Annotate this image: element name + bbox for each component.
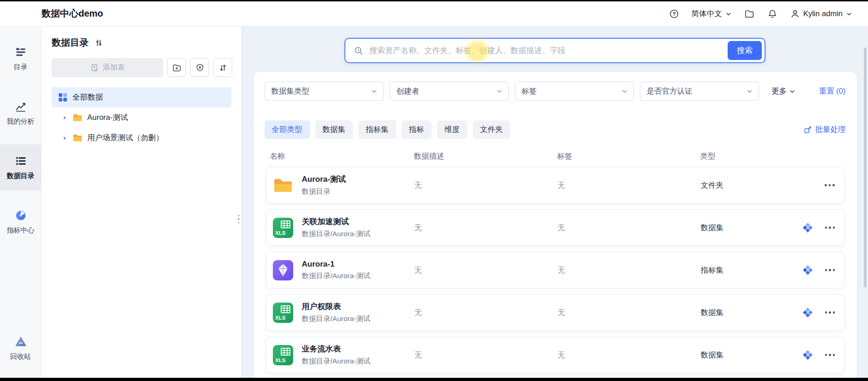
col-header-name: 名称 [266,151,414,161]
model-gem-icon[interactable] [802,307,813,318]
batch-label: 批量处理 [815,125,846,135]
svg-text:?: ? [672,11,675,16]
user-name: Kylin admin [803,9,843,18]
metric-set-icon [272,259,294,281]
batch-process-link[interactable]: 批量处理 [803,125,846,135]
language-selector[interactable]: 简体中文 [692,9,732,19]
row-more-button[interactable] [825,310,835,316]
model-gem-icon[interactable] [802,265,813,275]
table-row[interactable]: Aurora-测试 数据目录 无 无 文件夹 [266,167,844,203]
bell-icon[interactable] [767,8,778,19]
sidebar-item-catalog[interactable]: 目录 [0,36,41,82]
tab-dataset[interactable]: 数据集 [315,120,353,139]
main-wrap: 目录 我的分析 数据目录 [0,26,868,378]
add-folder-button[interactable] [167,58,186,77]
filter-official-certified[interactable]: 是否官方认证 [640,82,759,101]
tab-folder[interactable]: 文件夹 [473,120,511,139]
tree-item-folder[interactable]: 用户场景测试（勿删） [42,128,241,148]
filter-tag[interactable]: 标签 [515,82,634,101]
row-more-button[interactable] [825,352,835,358]
dropdown-label: 创建者 [397,86,496,96]
asset-tags: 无 [558,180,701,190]
asset-name[interactable]: 关联加速测试 [302,216,371,227]
metric-center-icon [15,209,27,221]
sidebar-item-recycle-bin[interactable]: 回收站 [0,325,41,371]
asset-name[interactable]: Aurora-测试 [302,174,346,185]
permission-button[interactable] [190,58,209,77]
help-icon[interactable]: ? [669,8,680,19]
more-filters-link[interactable]: 更多 [772,86,796,96]
asset-path: 数据目录 [302,187,346,196]
caret-right-icon[interactable] [62,135,68,141]
model-gem-icon[interactable] [802,222,813,233]
table-row[interactable]: Aurora-1 数据目录/Aurora-测试 无 无 指标集 [266,252,844,288]
recycle-bin-icon [15,336,27,348]
sidebar-item-metric-center[interactable]: 指标中心 [0,199,41,245]
col-header-tags: 标签 [557,151,700,161]
folder-topbar-icon[interactable] [744,8,755,19]
user-menu[interactable]: Kylin admin [790,9,852,19]
batch-icon [803,125,812,134]
type-tabs: 全部类型 数据集 指标集 指标 维度 文件夹 批量处理 [265,120,846,139]
add-table-button[interactable]: 添加表 [52,58,163,77]
chevron-down-icon [371,88,378,95]
search-button[interactable]: 搜索 [728,41,762,60]
more-label: 更多 [772,86,787,96]
search-input[interactable] [369,46,728,55]
tree-item-all-data[interactable]: 全部数据 [52,87,231,107]
table-row[interactable]: XLS 用户权限表 数据目录/Aurora-测试 无 无 数据集 [266,294,844,331]
sidebar-item-my-analysis[interactable]: 我的分析 [0,90,41,136]
folder-plus-icon [172,63,181,72]
sidebar-item-label: 回收站 [10,352,31,361]
folder-icon [72,133,83,143]
table-header: 名称 数据描述 标签 类型 [266,146,844,167]
col-header-desc: 数据描述 [414,151,557,161]
asset-type: 数据集 [701,308,802,318]
dropdown-label: 是否官方认证 [647,86,746,96]
content-area: 搜索 数据集类型 创建者 标签 [242,26,868,378]
caret-right-icon[interactable] [62,115,68,121]
asset-name[interactable]: 用户权限表 [302,301,371,312]
folder-icon [72,113,83,123]
tree-item-label: Aurora-测试 [87,113,128,123]
chevron-down-icon [846,11,852,17]
scrollbar-thumb[interactable] [864,48,867,287]
dropdown-label: 标签 [522,86,621,96]
row-more-button[interactable] [825,267,835,273]
row-more-button[interactable] [825,225,835,231]
tab-metric-set[interactable]: 指标集 [358,120,396,139]
sidebar-item-label: 数据目录 [7,172,35,180]
row-more-button[interactable] [825,182,835,188]
sort-button[interactable] [213,58,232,77]
sort-icon [218,63,228,72]
filter-row: 数据集类型 创建者 标签 是否官方认证 [265,82,846,101]
xls-dataset-icon: XLS [272,217,294,239]
language-label: 简体中文 [692,9,722,19]
asset-name[interactable]: 业务流水表 [302,344,371,354]
asset-name[interactable]: Aurora-1 [302,260,371,269]
tab-all-types[interactable]: 全部类型 [265,120,310,139]
xls-dataset-icon: XLS [272,344,294,366]
xls-dataset-icon: XLS [272,302,294,324]
sidebar-item-label: 目录 [14,63,28,71]
chevron-down-icon [725,11,732,17]
tab-dimension[interactable]: 维度 [437,120,467,139]
search-icon [354,46,364,56]
model-gem-icon[interactable] [802,350,813,360]
reset-filters-link[interactable]: 重置 (0) [819,86,846,96]
catalog-tree: 全部数据 Aurora-测试 [42,87,241,148]
sidebar-item-label: 我的分析 [7,117,35,126]
filter-creator[interactable]: 创建者 [390,82,509,101]
tree-settings-icon[interactable] [94,38,103,48]
table-row[interactable]: XLS 业务流水表 数据目录/Aurora-测试 无 无 数据集 [266,337,844,373]
tab-metric[interactable]: 指标 [402,120,432,139]
data-catalog-icon [15,155,27,167]
screen-frame: 数据中心demo ? 简体中文 [0,0,868,381]
chevron-down-icon [789,88,796,95]
tree-item-folder[interactable]: Aurora-测试 [42,107,241,128]
table-row[interactable]: XLS 关联加速测试 数据目录/Aurora-测试 无 无 数据集 [266,209,844,246]
filter-dataset-type[interactable]: 数据集类型 [265,82,384,101]
sidebar-item-data-catalog[interactable]: 数据目录 [0,144,41,190]
panel-resize-handle[interactable] [236,209,241,229]
topbar-actions: ? 简体中文 [669,8,852,19]
